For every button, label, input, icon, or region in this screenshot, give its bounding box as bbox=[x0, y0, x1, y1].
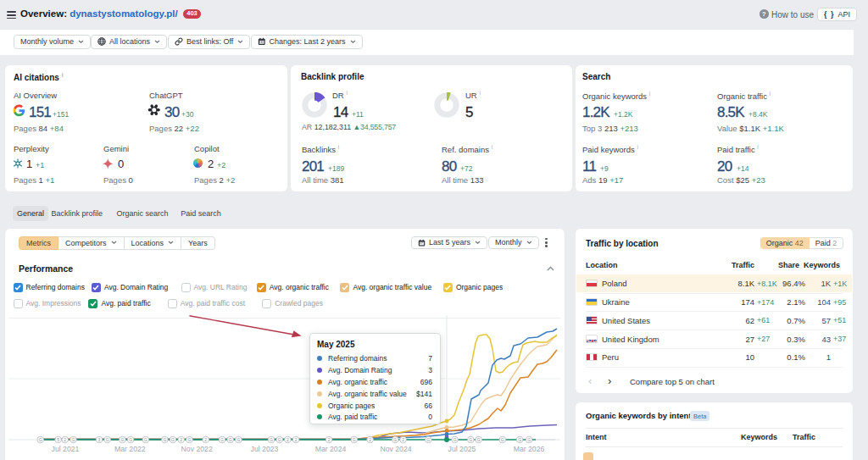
svg-text:Mar 2024: Mar 2024 bbox=[315, 445, 347, 453]
svg-text:2: 2 bbox=[180, 437, 182, 442]
svg-text:Mar 2026: Mar 2026 bbox=[514, 445, 545, 453]
svg-text:2: 2 bbox=[328, 437, 331, 442]
svg-text:2: 2 bbox=[64, 437, 66, 442]
svg-text:Nov 2022: Nov 2022 bbox=[181, 445, 213, 453]
svg-text:3: 3 bbox=[98, 437, 101, 442]
svg-text:Nov 2024: Nov 2024 bbox=[380, 445, 411, 453]
svg-text:Mar 2022: Mar 2022 bbox=[114, 445, 146, 453]
svg-text:Jul 2025: Jul 2025 bbox=[448, 445, 476, 453]
svg-text:G: G bbox=[353, 437, 356, 442]
svg-text:G: G bbox=[426, 437, 430, 442]
svg-text:G: G bbox=[453, 437, 457, 442]
svg-text:G: G bbox=[477, 437, 481, 442]
svg-text:2: 2 bbox=[295, 437, 298, 442]
svg-text:Jul 2021: Jul 2021 bbox=[52, 445, 80, 453]
svg-text:2: 2 bbox=[204, 437, 207, 442]
svg-text:2: 2 bbox=[369, 437, 371, 442]
svg-text:G: G bbox=[393, 437, 397, 442]
svg-text:G: G bbox=[229, 437, 232, 442]
svg-text:G: G bbox=[106, 437, 109, 442]
svg-text:G: G bbox=[220, 437, 224, 442]
svg-text:G: G bbox=[129, 437, 132, 442]
svg-text:G: G bbox=[278, 437, 281, 442]
svg-text:G: G bbox=[469, 437, 472, 442]
svg-text:G: G bbox=[171, 437, 175, 442]
svg-text:Jul 2023: Jul 2023 bbox=[251, 445, 279, 453]
svg-text:G: G bbox=[163, 437, 166, 442]
svg-text:G: G bbox=[501, 437, 504, 442]
svg-text:G: G bbox=[120, 437, 124, 442]
svg-text:5: 5 bbox=[57, 437, 59, 442]
svg-text:G: G bbox=[71, 437, 75, 442]
svg-text:G: G bbox=[527, 437, 531, 442]
svg-text:G: G bbox=[144, 437, 147, 442]
svg-text:2: 2 bbox=[402, 437, 404, 442]
svg-text:G: G bbox=[187, 437, 191, 442]
svg-text:G: G bbox=[236, 437, 240, 442]
svg-text:G: G bbox=[518, 437, 521, 442]
svg-text:2: 2 bbox=[287, 437, 289, 442]
svg-text:G: G bbox=[39, 437, 42, 442]
svg-text:G: G bbox=[270, 437, 273, 442]
